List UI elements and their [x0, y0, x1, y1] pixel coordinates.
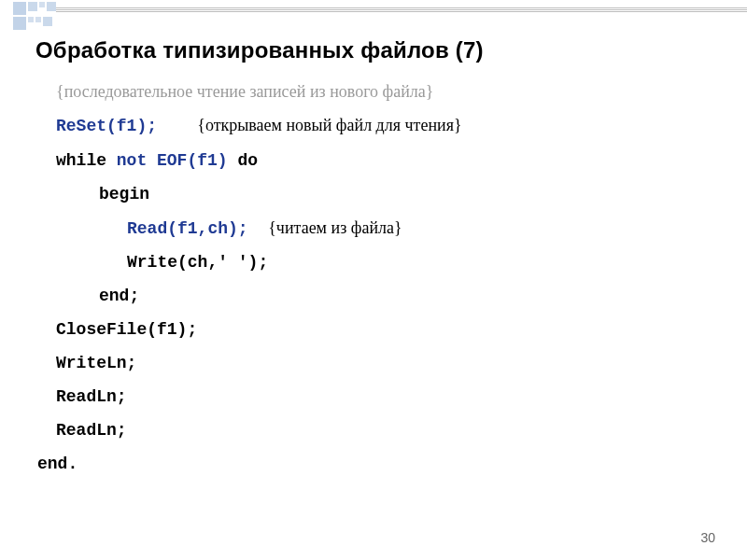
ornament-square	[28, 2, 37, 11]
page-number: 30	[700, 530, 715, 545]
code-line-readln-1: ReadLn;	[37, 380, 710, 413]
ornament-square	[39, 2, 45, 7]
read-call: Read(f1,ch);	[127, 219, 248, 238]
reset-comment: {открываем новый файл для чтения}	[197, 116, 461, 134]
code-line-write: Write(ch,' ');	[37, 245, 710, 279]
code-line-end: end;	[37, 279, 710, 313]
reset-call: ReSet(f1);	[56, 117, 157, 135]
code-line-closefile: CloseFile(f1);	[37, 313, 710, 346]
read-comment: {читаем из файла}	[268, 218, 402, 237]
code-line-begin: begin	[37, 177, 710, 211]
ornament-square	[13, 17, 26, 30]
code-line-read: Read(f1,ch); {читаем из файла}	[37, 211, 710, 245]
code-line-reset: ReSet(f1); {открываем новый файл для чте…	[37, 108, 710, 143]
eof-call: EOF(f1)	[147, 151, 227, 170]
code-line-enddot: end.	[37, 447, 710, 481]
do-keyword: do	[228, 151, 258, 170]
code-line-readln-2: ReadLn;	[37, 413, 710, 447]
code-comment-header: {последовательное чтение записей из ново…	[37, 75, 710, 108]
comment-text: {последовательное чтение записей из ново…	[56, 82, 433, 101]
slide: Обработка типизированных файлов (7) {пос…	[0, 0, 747, 560]
not-keyword: not	[117, 151, 147, 170]
while-keyword: while	[56, 151, 117, 170]
ornament-square	[28, 17, 34, 22]
ornament-square	[13, 2, 26, 15]
code-line-writeln: WriteLn;	[37, 346, 710, 380]
ornament-square	[35, 17, 41, 22]
ornament-square	[47, 2, 56, 11]
corner-ornament	[13, 2, 58, 30]
slide-body: {последовательное чтение записей из ново…	[37, 75, 710, 481]
slide-title: Обработка типизированных файлов (7)	[35, 37, 484, 63]
top-separator-line	[56, 7, 747, 13]
ornament-square	[43, 17, 52, 26]
code-line-while: while not EOF(f1) do	[37, 143, 710, 177]
